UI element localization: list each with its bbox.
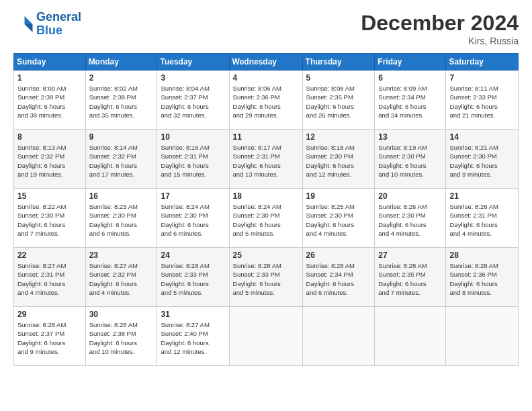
col-thursday: Thursday <box>302 54 375 71</box>
day-number: 8 <box>17 132 82 142</box>
day-number: 21 <box>449 191 515 201</box>
cell-w2-d6: 21Sunrise: 8:26 AMSunset: 2:31 PMDayligh… <box>446 189 519 248</box>
day-number: 3 <box>161 73 225 83</box>
week-row-4: 29Sunrise: 8:28 AMSunset: 2:37 PMDayligh… <box>14 307 519 366</box>
day-info: Sunrise: 8:04 AMSunset: 2:37 PMDaylight:… <box>161 84 225 120</box>
day-number: 28 <box>449 250 515 260</box>
day-number: 5 <box>306 73 371 83</box>
day-info: Sunrise: 8:23 AMSunset: 2:30 PMDaylight:… <box>89 202 154 238</box>
day-number: 22 <box>17 250 82 260</box>
cell-w0-d1: 2Sunrise: 8:02 AMSunset: 2:38 PMDaylight… <box>85 71 157 130</box>
location: Kirs, Russia <box>361 36 519 46</box>
cell-w3-d6: 28Sunrise: 8:28 AMSunset: 2:36 PMDayligh… <box>446 248 519 307</box>
day-info: Sunrise: 8:13 AMSunset: 2:32 PMDaylight:… <box>17 143 82 179</box>
cell-w4-d4 <box>302 307 375 366</box>
cell-w3-d0: 22Sunrise: 8:27 AMSunset: 2:31 PMDayligh… <box>14 248 86 307</box>
day-number: 15 <box>17 191 82 201</box>
cell-w0-d3: 4Sunrise: 8:06 AMSunset: 2:36 PMDaylight… <box>229 71 302 130</box>
col-saturday: Saturday <box>446 54 519 71</box>
day-number: 2 <box>89 73 154 83</box>
cell-w4-d3 <box>229 307 302 366</box>
day-number: 6 <box>378 73 442 83</box>
day-number: 17 <box>161 191 225 201</box>
logo-text: General Blue <box>36 11 81 38</box>
week-row-3: 22Sunrise: 8:27 AMSunset: 2:31 PMDayligh… <box>14 248 519 307</box>
day-info: Sunrise: 8:21 AMSunset: 2:30 PMDaylight:… <box>449 143 515 179</box>
cell-w3-d3: 25Sunrise: 8:28 AMSunset: 2:33 PMDayligh… <box>229 248 302 307</box>
day-number: 31 <box>161 310 225 319</box>
day-info: Sunrise: 8:17 AMSunset: 2:31 PMDaylight:… <box>233 143 299 179</box>
calendar-body: 1Sunrise: 8:00 AMSunset: 2:39 PMDaylight… <box>14 71 519 366</box>
day-number: 11 <box>233 132 299 142</box>
cell-w2-d0: 15Sunrise: 8:22 AMSunset: 2:30 PMDayligh… <box>14 189 86 248</box>
day-info: Sunrise: 8:28 AMSunset: 2:36 PMDaylight:… <box>449 261 515 297</box>
cell-w2-d4: 19Sunrise: 8:25 AMSunset: 2:30 PMDayligh… <box>302 189 375 248</box>
day-number: 16 <box>89 191 154 201</box>
logo-icon <box>13 14 34 34</box>
day-info: Sunrise: 8:25 AMSunset: 2:30 PMDaylight:… <box>306 202 371 238</box>
cell-w1-d6: 14Sunrise: 8:21 AMSunset: 2:30 PMDayligh… <box>446 130 519 189</box>
cell-w1-d0: 8Sunrise: 8:13 AMSunset: 2:32 PMDaylight… <box>14 130 86 189</box>
cell-w2-d3: 18Sunrise: 8:24 AMSunset: 2:30 PMDayligh… <box>229 189 302 248</box>
day-info: Sunrise: 8:28 AMSunset: 2:33 PMDaylight:… <box>233 261 299 297</box>
day-number: 13 <box>378 132 442 142</box>
day-info: Sunrise: 8:28 AMSunset: 2:33 PMDaylight:… <box>161 261 225 297</box>
cell-w1-d5: 13Sunrise: 8:19 AMSunset: 2:30 PMDayligh… <box>375 130 446 189</box>
day-info: Sunrise: 8:18 AMSunset: 2:30 PMDaylight:… <box>306 143 371 179</box>
cell-w2-d5: 20Sunrise: 8:26 AMSunset: 2:30 PMDayligh… <box>375 189 446 248</box>
day-info: Sunrise: 8:26 AMSunset: 2:31 PMDaylight:… <box>449 202 515 238</box>
col-friday: Friday <box>375 54 446 71</box>
day-number: 19 <box>306 191 371 201</box>
header-row: Sunday Monday Tuesday Wednesday Thursday… <box>14 54 519 71</box>
day-number: 29 <box>17 310 82 319</box>
svg-marker-0 <box>25 16 33 24</box>
calendar-table: Sunday Monday Tuesday Wednesday Thursday… <box>13 53 519 366</box>
day-number: 20 <box>378 191 442 201</box>
day-info: Sunrise: 8:27 AMSunset: 2:40 PMDaylight:… <box>161 320 225 356</box>
day-info: Sunrise: 8:00 AMSunset: 2:39 PMDaylight:… <box>17 84 82 120</box>
day-info: Sunrise: 8:28 AMSunset: 2:37 PMDaylight:… <box>17 320 82 356</box>
cell-w3-d4: 26Sunrise: 8:28 AMSunset: 2:34 PMDayligh… <box>302 248 375 307</box>
day-info: Sunrise: 8:08 AMSunset: 2:35 PMDaylight:… <box>306 84 371 120</box>
day-number: 26 <box>306 250 371 260</box>
day-info: Sunrise: 8:11 AMSunset: 2:33 PMDaylight:… <box>449 84 515 120</box>
day-number: 14 <box>449 132 515 142</box>
day-info: Sunrise: 8:27 AMSunset: 2:32 PMDaylight:… <box>89 261 154 297</box>
cell-w1-d3: 11Sunrise: 8:17 AMSunset: 2:31 PMDayligh… <box>229 130 302 189</box>
week-row-1: 8Sunrise: 8:13 AMSunset: 2:32 PMDaylight… <box>14 130 519 189</box>
cell-w0-d0: 1Sunrise: 8:00 AMSunset: 2:39 PMDaylight… <box>14 71 86 130</box>
col-sunday: Sunday <box>14 54 86 71</box>
cell-w3-d1: 23Sunrise: 8:27 AMSunset: 2:32 PMDayligh… <box>85 248 157 307</box>
cell-w4-d0: 29Sunrise: 8:28 AMSunset: 2:37 PMDayligh… <box>14 307 86 366</box>
cell-w4-d2: 31Sunrise: 8:27 AMSunset: 2:40 PMDayligh… <box>157 307 229 366</box>
day-info: Sunrise: 8:28 AMSunset: 2:35 PMDaylight:… <box>378 261 442 297</box>
day-number: 1 <box>17 73 82 83</box>
day-number: 18 <box>233 191 299 201</box>
day-number: 24 <box>161 250 225 260</box>
week-row-0: 1Sunrise: 8:00 AMSunset: 2:39 PMDaylight… <box>14 71 519 130</box>
day-info: Sunrise: 8:24 AMSunset: 2:30 PMDaylight:… <box>233 202 299 238</box>
cell-w2-d2: 17Sunrise: 8:24 AMSunset: 2:30 PMDayligh… <box>157 189 229 248</box>
cell-w0-d4: 5Sunrise: 8:08 AMSunset: 2:35 PMDaylight… <box>302 71 375 130</box>
day-info: Sunrise: 8:06 AMSunset: 2:36 PMDaylight:… <box>233 84 299 120</box>
day-info: Sunrise: 8:24 AMSunset: 2:30 PMDaylight:… <box>161 202 225 238</box>
cell-w0-d6: 7Sunrise: 8:11 AMSunset: 2:33 PMDaylight… <box>446 71 519 130</box>
day-info: Sunrise: 8:14 AMSunset: 2:32 PMDaylight:… <box>89 143 154 179</box>
day-number: 7 <box>449 73 515 83</box>
day-info: Sunrise: 8:19 AMSunset: 2:30 PMDaylight:… <box>378 143 442 179</box>
col-monday: Monday <box>85 54 157 71</box>
header: General Blue December 2024 Kirs, Russia <box>13 11 519 46</box>
cell-w4-d1: 30Sunrise: 8:28 AMSunset: 2:38 PMDayligh… <box>85 307 157 366</box>
day-number: 25 <box>233 250 299 260</box>
col-wednesday: Wednesday <box>229 54 302 71</box>
cell-w3-d2: 24Sunrise: 8:28 AMSunset: 2:33 PMDayligh… <box>157 248 229 307</box>
cell-w0-d2: 3Sunrise: 8:04 AMSunset: 2:37 PMDaylight… <box>157 71 229 130</box>
day-number: 23 <box>89 250 154 260</box>
day-number: 27 <box>378 250 442 260</box>
cell-w2-d1: 16Sunrise: 8:23 AMSunset: 2:30 PMDayligh… <box>85 189 157 248</box>
cell-w1-d4: 12Sunrise: 8:18 AMSunset: 2:30 PMDayligh… <box>302 130 375 189</box>
day-info: Sunrise: 8:02 AMSunset: 2:38 PMDaylight:… <box>89 84 154 120</box>
cell-w3-d5: 27Sunrise: 8:28 AMSunset: 2:35 PMDayligh… <box>375 248 446 307</box>
col-tuesday: Tuesday <box>157 54 229 71</box>
day-number: 4 <box>233 73 299 83</box>
